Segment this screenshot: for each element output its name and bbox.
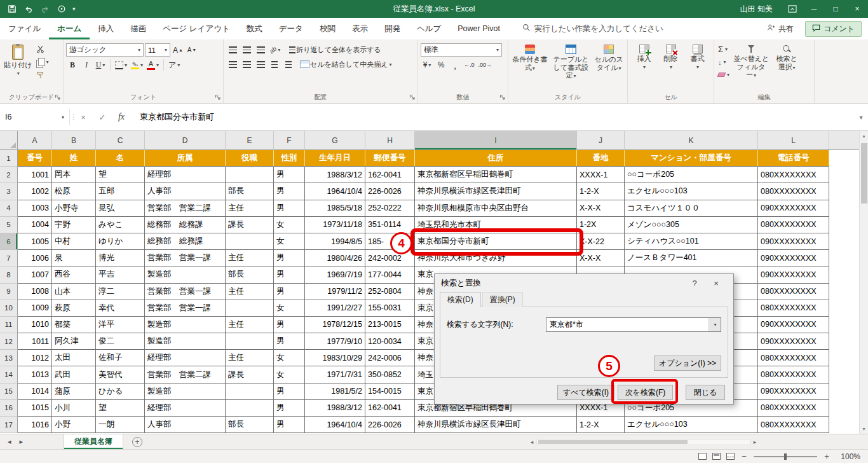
cell-F16[interactable]: 男 [274,400,305,417]
cell-L17[interactable]: 080XXXXXXXX [758,417,829,433]
cell-C9[interactable]: 淳二 [96,284,145,300]
insert-cells-button[interactable]: 挿入▾ [632,43,657,71]
cell-F1[interactable]: 性別 [274,150,305,167]
cell-I1[interactable]: 住所 [415,150,577,167]
cell-D1[interactable]: 所属 [145,150,226,167]
ribbon-tab-ヘルプ[interactable]: ヘルプ [409,18,449,39]
cell-F6[interactable]: 女 [274,233,305,250]
dialog-help-icon[interactable]: ? [684,274,705,292]
phonetic-button[interactable]: ア▾ [167,59,181,71]
fill-color-button[interactable]: ▾ [130,59,144,71]
cell-A7[interactable]: 1006 [18,250,52,266]
cancel-icon[interactable]: × [74,113,93,122]
cell-G10[interactable]: 1991/2/27 [305,300,365,317]
column-header-D[interactable]: D [145,131,226,150]
cell-L2[interactable]: 080XXXXXXXX [758,167,829,183]
sheet-tab-active[interactable]: 従業員名簿 [64,434,123,449]
cell-D11[interactable]: 製造部 [145,317,226,333]
cell-F12[interactable]: 男 [274,333,305,350]
cell-L4[interactable]: 090XXXXXXXX [758,200,829,217]
scroll-up-icon[interactable]: ▴ [860,131,868,141]
cell-F2[interactable]: 男 [274,167,305,183]
cell-B7[interactable]: 泉 [52,250,96,266]
close-icon[interactable]: × [846,0,868,18]
ribbon-tab-データ[interactable]: データ [271,18,311,39]
cell-L15[interactable]: 090XXXXXXXX [758,384,829,400]
zoom-slider[interactable] [754,456,817,457]
row-header-17[interactable]: 17 [0,417,18,433]
cell-G2[interactable]: 1988/3/12 [305,167,365,183]
cell-K7[interactable]: ノースＢタワー401 [625,250,758,266]
cell-E14[interactable]: 課長 [226,366,274,383]
cell-G13[interactable]: 1983/10/29 [305,350,365,366]
cell-L11[interactable]: 090XXXXXXXX [758,317,829,333]
cell-D8[interactable]: 製造部 [145,266,226,283]
cell-D14[interactable]: 営業部 営業二課 [145,366,226,383]
align-middle-button[interactable] [240,43,253,56]
cell-F10[interactable]: 女 [274,300,305,317]
cell-H13[interactable]: 242-0006 [365,350,415,366]
redo-icon[interactable] [39,4,50,15]
column-header-L[interactable]: L [758,131,829,150]
minimize-icon[interactable]: ─ [803,0,825,18]
page-break-view-icon[interactable] [726,453,735,460]
ribbon-tab-描画[interactable]: 描画 [122,18,154,39]
cell-B14[interactable]: 武田 [52,366,96,383]
cell-E6[interactable] [226,233,274,250]
currency-format-button[interactable]: ¥▾ [421,59,433,71]
cell-L1[interactable]: 電話番号 [758,150,829,167]
row-header-2[interactable]: 2 [0,167,18,183]
align-center-button[interactable] [240,58,253,71]
cell-C13[interactable]: 佐和子 [96,350,145,366]
undo-icon[interactable] [23,4,34,15]
cell-K5[interactable]: メゾン○○○305 [625,217,758,233]
cell-D6[interactable]: 総務部 総務課 [145,233,226,250]
cell-K2[interactable]: ○○コーポ205 [625,167,758,183]
cell-L16[interactable]: 080XXXXXXXX [758,400,829,417]
cell-K6[interactable]: シティハウス○○101 [625,233,758,250]
cell-A10[interactable]: 1009 [18,300,52,317]
format-cells-button[interactable]: 書式▾ [685,43,710,71]
cell-J7[interactable]: X-X-X [577,250,625,266]
scroll-left-icon[interactable]: ◂ [527,439,536,445]
cell-styles-button[interactable]: セルのスタイル▾ [593,43,625,73]
cell-C5[interactable]: みやこ [96,217,145,233]
column-header-B[interactable]: B [52,131,96,150]
cell-E9[interactable]: 主任 [226,284,274,300]
row-header-12[interactable]: 12 [0,333,18,350]
align-top-button[interactable] [226,43,239,56]
cell-H5[interactable]: 351-0114 [365,217,415,233]
vertical-scrollbar-thumb[interactable] [861,143,867,204]
cell-D13[interactable]: 経理部 [145,350,226,366]
scroll-right-icon[interactable]: ▸ [750,439,759,445]
ribbon-tab-表示[interactable]: 表示 [344,18,376,39]
cell-G5[interactable]: 1973/11/18 [305,217,365,233]
cell-A4[interactable]: 1003 [18,200,52,217]
row-header-14[interactable]: 14 [0,366,18,383]
page-layout-view-icon[interactable] [712,453,721,460]
cell-C11[interactable]: 洋平 [96,317,145,333]
cell-F3[interactable]: 男 [274,183,305,200]
cell-F9[interactable]: 男 [274,284,305,300]
cell-I2[interactable]: 東京都新宿区早稲田鶴巻町 [415,167,577,183]
cell-G9[interactable]: 1979/11/2 [305,284,365,300]
cell-K1[interactable]: マンション・部屋番号 [625,150,758,167]
ribbon-tab-ファイル[interactable]: ファイル [0,18,49,39]
row-header-7[interactable]: 7 [0,250,18,266]
cell-H15[interactable]: 154-0015 [365,384,415,400]
column-header-F[interactable]: F [274,131,305,150]
row-header-13[interactable]: 13 [0,350,18,366]
font-color-button[interactable]: A▾ [146,59,160,71]
cell-L9[interactable]: 080XXXXXXXX [758,284,829,300]
align-left-button[interactable] [226,58,239,71]
increase-indent-button[interactable] [282,58,295,71]
decrease-decimal-button[interactable]: .00→ [477,59,494,71]
cell-G16[interactable]: 1988/3/12 [305,400,365,417]
cell-A13[interactable]: 1012 [18,350,52,366]
cell-B2[interactable]: 岡本 [52,167,96,183]
cell-F14[interactable]: 女 [274,366,305,383]
cell-E17[interactable]: 部長 [226,417,274,433]
number-dialog-launcher[interactable] [499,94,506,101]
cell-L14[interactable]: 080XXXXXXXX [758,366,829,383]
ribbon-display-options-icon[interactable] [782,0,803,18]
